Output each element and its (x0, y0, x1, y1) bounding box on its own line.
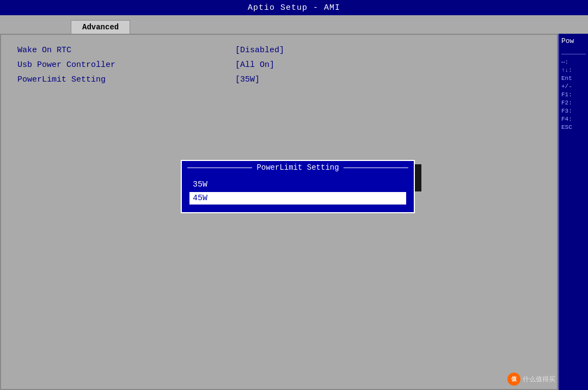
setting-value-usb-power: [All On] (235, 60, 274, 70)
content-panel: Wake On RTC [Disabled] Usb Power Control… (0, 34, 558, 390)
sidebar-key-7: F4: (561, 116, 586, 122)
popup-items-list: 35W 45W (182, 174, 414, 212)
watermark: 值 什么值得买 (507, 373, 555, 386)
popup-title: PowerLimit Setting (182, 161, 414, 174)
setting-label-usb-power: Usb Power Controller (17, 60, 235, 70)
sidebar-divider (561, 54, 586, 54)
watermark-logo: 值 (507, 373, 520, 386)
sidebar-key-3: +/- (561, 83, 586, 90)
watermark-text: 什么值得买 (523, 375, 555, 384)
sidebar-key-4: F1: (561, 91, 586, 98)
popup-box: PowerLimit Setting 35W 45W (181, 160, 415, 213)
sidebar-key-5: F2: (561, 100, 586, 106)
setting-usb-power[interactable]: Usb Power Controller [All On] (17, 60, 541, 70)
sidebar-key-0: ↔: (561, 59, 586, 65)
bios-header: Aptio Setup - AMI (0, 0, 588, 15)
main-area: Wake On RTC [Disabled] Usb Power Control… (0, 34, 588, 390)
sidebar-key-8: ESC (561, 124, 586, 131)
setting-label-power-limit: PowerLimit Setting (17, 75, 235, 84)
popup-dialog: PowerLimit Setting 35W 45W (181, 160, 415, 213)
popup-item-45w[interactable]: 45W (189, 192, 406, 205)
setting-value-wake-on-rtc: [Disabled] (235, 46, 284, 55)
setting-label-wake-on-rtc: Wake On RTC (17, 46, 235, 55)
sidebar-key-1: ↑↓: (561, 67, 586, 73)
setting-power-limit[interactable]: PowerLimit Setting [35W] (17, 75, 541, 84)
sidebar-panel: Pow ↔: ↑↓: Ent +/- F1: F2: F3: F4: ESC (558, 34, 588, 390)
tab-row: Advanced (0, 15, 588, 34)
sidebar-key-6: F3: (561, 108, 586, 114)
sidebar-title: Pow (561, 37, 586, 45)
setting-wake-on-rtc[interactable]: Wake On RTC [Disabled] (17, 46, 541, 55)
header-title: Aptio Setup - AMI (248, 3, 340, 13)
popup-item-35w[interactable]: 35W (189, 178, 406, 191)
tab-advanced[interactable]: Advanced (71, 20, 130, 34)
setting-value-power-limit: [35W] (235, 75, 260, 84)
sidebar-key-2: Ent (561, 75, 586, 82)
